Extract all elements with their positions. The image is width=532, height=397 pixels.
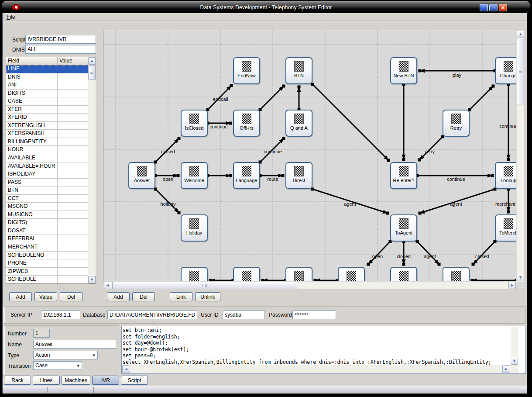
field-column-header[interactable]: Field [6, 57, 58, 65]
script-editor[interactable]: set btn=:ani;set folder=english;set day=… [121, 326, 526, 374]
node-answer[interactable]: Answer [128, 162, 155, 189]
node-endnow[interactable]: EndNow [233, 57, 260, 84]
type-dropdown[interactable]: Action▾ [33, 351, 98, 359]
table-row[interactable]: AVAILABLE [6, 154, 95, 162]
node-retry[interactable]: Retry [443, 110, 470, 137]
table-row[interactable]: BILLINGENTITY [6, 138, 95, 146]
script-code[interactable]: set btn=:ani;set folder=english;set day=… [123, 327, 510, 366]
canvas-hscroll-thumb[interactable] [112, 282, 297, 289]
table-row[interactable]: BTN [6, 186, 95, 195]
dnis-input[interactable] [25, 45, 96, 54]
minimize-button[interactable]: _ [480, 4, 488, 11]
table-row[interactable]: XFER [6, 106, 95, 114]
del-button[interactable]: Del [60, 292, 82, 301]
maximize-button[interactable]: □ [489, 4, 498, 11]
table-row[interactable]: SCHEDULE [6, 276, 95, 284]
field-cell: CASE [6, 97, 58, 106]
scroll-down-icon[interactable]: ▼ [88, 276, 96, 283]
node-q-and-a[interactable]: Q and A [285, 110, 312, 137]
table-row[interactable]: XFERSPANISH [6, 130, 95, 138]
node-re-enter[interactable]: Re-enter? [390, 162, 417, 189]
table-row[interactable]: SCHEDULENO [6, 252, 95, 260]
del-button[interactable]: Del [132, 292, 155, 301]
node-direct[interactable]: Direct [285, 162, 312, 189]
node-change[interactable]: Change [495, 57, 516, 84]
node-welcome[interactable]: Welcome [181, 162, 208, 189]
unlink-button[interactable]: Unlink [195, 292, 220, 301]
close-button[interactable]: ✕ [499, 4, 507, 11]
field-buttons: AddValueDel [9, 292, 82, 301]
script-input[interactable] [25, 35, 96, 44]
table-row[interactable]: HOUR [6, 146, 95, 154]
number-field[interactable] [33, 329, 50, 338]
scroll-right-icon[interactable]: ► [502, 365, 510, 373]
tab-machines[interactable]: Machines [62, 376, 90, 385]
table-row[interactable]: ISHOLIDAY [6, 170, 95, 179]
scroll-up-icon[interactable]: ▲ [88, 57, 96, 65]
scroll-left-icon[interactable]: ◄ [104, 282, 111, 289]
table-row[interactable]: CASE [6, 97, 95, 106]
field-table: Field Value LINEDNISANIDIGITSCASEXFERXFE… [6, 57, 96, 284]
node-language[interactable]: Language [233, 162, 260, 189]
field-table-scroll-thumb[interactable] [88, 65, 96, 80]
window-title: Data Systems Development - Telephony Sys… [2, 4, 530, 10]
node-btn[interactable]: BTN [285, 57, 312, 84]
table-row[interactable]: MUSICNO [6, 211, 95, 219]
diagram-surface[interactable]: endcallcontinueclosedopenholidayroutecon… [103, 30, 516, 281]
scroll-down-icon[interactable]: ▼ [511, 357, 518, 365]
tab-ivr[interactable]: IVR [92, 376, 119, 385]
value-button[interactable]: Value [34, 292, 57, 301]
table-row[interactable]: DIGITS [6, 90, 95, 98]
table-row[interactable]: XFERENGLISH [6, 122, 95, 130]
tab-script[interactable]: Script [121, 376, 148, 385]
canvas-vscroll-thumb[interactable] [517, 39, 524, 104]
name-field[interactable] [33, 340, 116, 349]
node-toagent[interactable]: ToAgent [390, 214, 417, 242]
table-row[interactable]: DOSAT [6, 227, 95, 235]
link-button[interactable]: Link [170, 292, 192, 301]
table-row[interactable]: XFERID [6, 114, 95, 122]
script-hscrollbar[interactable] [122, 365, 518, 373]
table-row[interactable]: CCT [6, 195, 95, 203]
server-ip-field[interactable] [41, 311, 80, 319]
node-new-btn[interactable]: New BTN [390, 57, 417, 84]
ivr-diagram-canvas[interactable]: endcallcontinueclosedopenholidayroutecon… [103, 30, 524, 289]
table-row[interactable]: PASS [6, 179, 95, 187]
scroll-up-icon[interactable]: ▲ [517, 31, 524, 38]
table-row[interactable]: MSGNO [6, 203, 95, 211]
tab-lines[interactable]: Lines [33, 376, 60, 385]
scroll-down-icon[interactable]: ▼ [517, 274, 524, 281]
node-node-18[interactable] [181, 267, 208, 281]
table-row[interactable]: ANI [6, 81, 95, 90]
add-button[interactable]: Add [107, 292, 130, 301]
node-lookup[interactable]: Lookup [495, 162, 516, 189]
node-offhrs[interactable]: OffHrs [233, 110, 260, 137]
table-row[interactable]: PHONE [6, 259, 95, 268]
table-row[interactable]: ZIPWEB [6, 268, 95, 276]
user-id-field[interactable] [223, 311, 265, 319]
node-isclosed[interactable]: IsClosed [181, 110, 208, 137]
node-node-22[interactable] [390, 267, 417, 281]
table-row[interactable]: AVAILABLE=:HOUR [6, 162, 95, 171]
scroll-left-icon[interactable]: ◄ [122, 365, 130, 373]
node-node-19[interactable] [233, 267, 260, 281]
field-table-scrollbar[interactable] [88, 65, 96, 276]
node-node-20[interactable] [285, 267, 312, 281]
node-node-23[interactable] [443, 267, 470, 281]
table-row[interactable]: DNIS [6, 73, 95, 82]
table-row[interactable]: LINE [6, 65, 95, 73]
table-row[interactable]: MERCHANT [6, 243, 95, 252]
database-field[interactable] [107, 311, 197, 319]
add-button[interactable]: Add [9, 292, 32, 301]
tab-rack[interactable]: Rack [4, 376, 31, 385]
transition-dropdown[interactable]: Case▾ [33, 361, 82, 370]
field-cell: MUSICNO [6, 211, 58, 219]
scroll-right-icon[interactable]: ► [508, 282, 516, 289]
menu-item-file[interactable]: File [3, 13, 19, 21]
table-row[interactable]: REFERRAL [6, 235, 95, 243]
table-row[interactable]: DIGITS) [6, 219, 95, 227]
password-field[interactable] [292, 311, 336, 319]
node-node-21[interactable] [338, 267, 365, 281]
node-tomerch[interactable]: ToMerch [495, 214, 516, 242]
node-holiday[interactable]: Holiday [181, 214, 208, 242]
